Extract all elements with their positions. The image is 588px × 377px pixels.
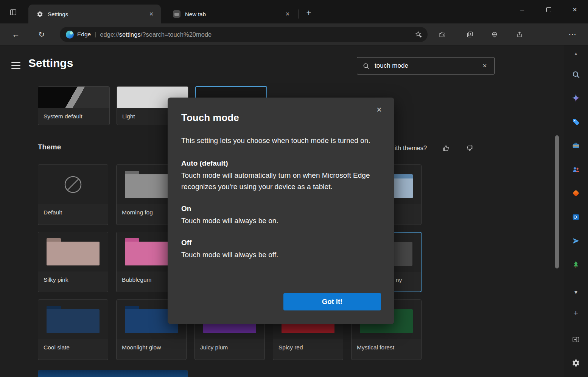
address-brand-label: Edge (77, 31, 91, 38)
sidebar-search-button[interactable] (570, 69, 582, 80)
collections-button[interactable] (464, 28, 476, 40)
people-icon (572, 165, 580, 174)
sidebar-panel-icon (572, 335, 580, 344)
tab-settings-label: Settings (48, 11, 146, 17)
gear-icon (572, 359, 580, 367)
dialog-section-body: Touch mode will always be on. (181, 215, 375, 227)
dialog-section-body: Touch mode will automatically turn on wh… (181, 170, 375, 192)
share-icon (516, 31, 523, 38)
search-icon (572, 70, 580, 79)
url-text: edge://settings/?search=touch%20mode (100, 31, 412, 38)
sidebar-drop-button[interactable] (570, 235, 582, 247)
tab-newtab[interactable]: New tab × (165, 5, 297, 23)
theme-card-silky-pink[interactable]: Silky pink (38, 232, 108, 292)
sidebar-add-button[interactable]: + (570, 307, 582, 319)
dialog-section-off: Off Touch mode will always be off. (181, 239, 381, 261)
settings-gear-favicon-icon (37, 11, 43, 17)
outlook-icon (572, 213, 580, 221)
settings-menu-button[interactable] (11, 62, 20, 69)
settings-search-box[interactable]: × (357, 57, 495, 74)
sidebar-shopping-button[interactable] (570, 116, 582, 127)
address-divider: | (95, 31, 96, 38)
toolbox-icon (572, 141, 580, 150)
shopping-tag-icon (572, 118, 580, 126)
theme-card-cool-slate[interactable]: Cool slate (38, 299, 108, 360)
browser-window: Settings × New tab × + – × ← ↻ Edge | ed… (0, 0, 588, 377)
tab-actions-icon (9, 8, 17, 16)
settings-and-more-button[interactable]: ⋯ (566, 28, 579, 40)
appearance-card-system-default[interactable]: System default (38, 86, 110, 125)
got-it-button[interactable]: Got it! (283, 293, 381, 310)
sidebar-microsoft365-button[interactable] (570, 188, 582, 199)
theme-banner-card[interactable] (38, 370, 188, 377)
tab-newtab-close-button[interactable]: × (283, 9, 292, 19)
tab-newtab-label: New tab (185, 11, 283, 17)
content-scrollbar[interactable] (555, 45, 559, 377)
browser-essentials-button[interactable] (488, 28, 501, 40)
search-icon (362, 62, 370, 70)
tree-icon (572, 261, 580, 269)
dialog-section-heading: Auto (default) (181, 159, 381, 168)
settings-search-input[interactable] (374, 62, 480, 70)
touch-mode-dialog: × Touch mode This setting lets you choos… (168, 98, 394, 324)
thumbs-down-button[interactable] (464, 142, 476, 154)
tab-divider (298, 9, 299, 19)
back-button[interactable]: ← (10, 28, 22, 40)
extensions-button[interactable] (436, 28, 448, 40)
thumbs-down-icon (466, 144, 473, 152)
none-circle-slash-icon (63, 175, 83, 194)
page-title: Settings (28, 57, 73, 70)
sidebar-settings-button[interactable] (570, 357, 582, 369)
sidebar-tools-button[interactable] (570, 140, 582, 151)
paper-plane-icon (572, 237, 580, 245)
scrollbar-thumb[interactable] (555, 135, 559, 268)
sidebar-toggle-button[interactable] (570, 334, 582, 345)
browser-essentials-icon (491, 31, 498, 38)
dialog-intro: This setting lets you choose when touch … (181, 135, 379, 146)
sidebar-copilot-button[interactable] (570, 92, 582, 104)
new-tab-button[interactable]: + (303, 7, 315, 19)
sidebar-outlook-button[interactable] (570, 211, 582, 223)
theme-feedback-text: ith themes? (395, 144, 427, 152)
share-button[interactable] (513, 28, 526, 40)
dialog-section-heading: Off (181, 239, 381, 247)
window-maximize-button[interactable] (538, 0, 559, 19)
address-bar[interactable]: Edge | edge://settings/?search=touch%20m… (60, 27, 428, 42)
theme-card-default[interactable]: Default (38, 164, 108, 225)
tab-actions-menu-button[interactable] (8, 7, 18, 17)
microsoft365-icon (572, 189, 580, 197)
theme-preview (47, 238, 100, 266)
copilot-icon (571, 93, 580, 102)
theme-preview (47, 306, 100, 334)
theme-section-heading: Theme (38, 143, 61, 151)
star-plus-icon (415, 31, 422, 38)
edge-logo-icon (66, 31, 74, 39)
dialog-section-heading: On (181, 205, 381, 213)
extensions-icon (438, 31, 446, 38)
tab-settings[interactable]: Settings × (28, 5, 161, 23)
sidebar-rewards-button[interactable] (570, 259, 582, 270)
window-close-button[interactable]: × (564, 0, 585, 19)
sidebar-scroll-up-button[interactable]: ▴ (570, 48, 582, 59)
sidebar-more-apps-button[interactable]: ▾ (570, 286, 582, 298)
refresh-button[interactable]: ↻ (36, 28, 48, 40)
sidebar-people-button[interactable] (570, 164, 582, 175)
system-default-preview (38, 87, 109, 108)
tab-settings-close-button[interactable]: × (146, 9, 156, 19)
collections-icon (466, 31, 474, 38)
edge-sidebar: ▴ ▾ + (564, 45, 588, 377)
thumbs-up-icon (442, 144, 450, 152)
tab-strip: Settings × New tab × + – × (0, 0, 588, 23)
add-favorite-button[interactable] (415, 31, 422, 38)
search-clear-button[interactable]: × (480, 61, 490, 71)
dialog-title: Touch mode (181, 112, 381, 124)
dialog-section-auto: Auto (default) Touch mode will automatic… (181, 159, 381, 192)
thumbs-up-button[interactable] (440, 142, 452, 154)
dialog-section-body: Touch mode will always be off. (181, 249, 375, 261)
navigation-bar: ← ↻ Edge | edge://settings/?search=touch… (0, 23, 588, 45)
maximize-icon (546, 7, 551, 12)
window-minimize-button[interactable]: – (512, 0, 533, 19)
dialog-close-button[interactable]: × (373, 104, 385, 116)
newtab-favicon-icon (173, 10, 180, 18)
dialog-section-on: On Touch mode will always be on. (181, 205, 381, 227)
